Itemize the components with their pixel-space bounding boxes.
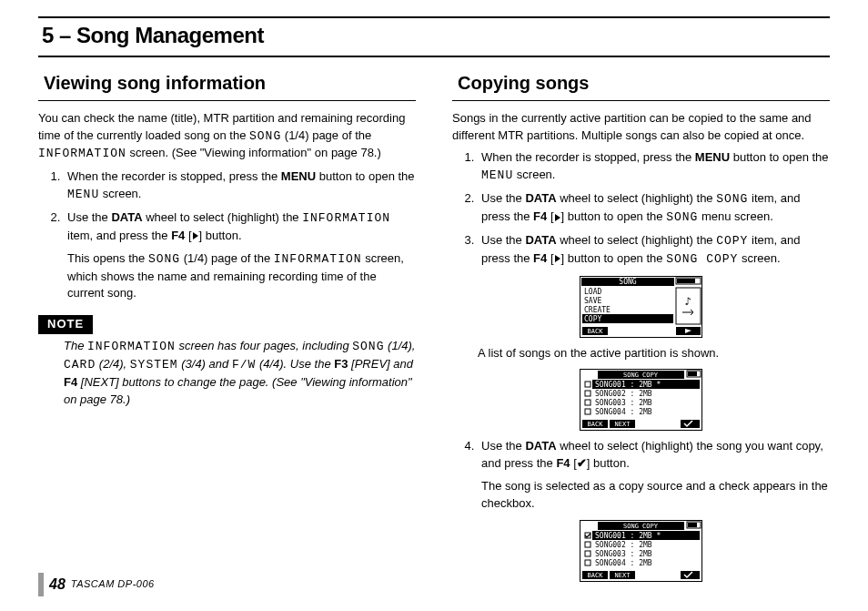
svg-text:CREATE: CREATE xyxy=(584,306,611,314)
note-body: The INFORMATION screen has four pages, i… xyxy=(64,338,416,408)
lcd-song-copy-checked: SONG COPY SONG001 : 2MB * SONG002 : 2MB … xyxy=(580,520,702,582)
svg-rect-39 xyxy=(688,523,697,527)
footer-accent-bar xyxy=(38,573,44,596)
svg-text:SONG002 :   2MB: SONG002 : 2MB xyxy=(595,390,652,398)
viewing-step-1: When the recorder is stopped, press the … xyxy=(64,168,416,204)
svg-text:NEXT: NEXT xyxy=(615,421,631,428)
svg-text:SONG004 :   2MB: SONG004 : 2MB xyxy=(595,408,652,416)
svg-rect-4 xyxy=(677,279,695,283)
lcd-song-menu: SONG LOAD SAVE CREATE COPY ♪ BACK xyxy=(580,276,702,338)
viewing-step-2: Use the DATA wheel to select (highlight)… xyxy=(64,209,416,302)
play-icon xyxy=(193,232,198,239)
svg-text:BACK: BACK xyxy=(588,421,604,428)
note-label: NOTE xyxy=(38,315,93,334)
svg-text:LOAD: LOAD xyxy=(584,288,601,296)
left-column: Viewing song information You can check t… xyxy=(38,70,416,589)
chapter-heading: 5 – Song Management xyxy=(38,16,830,57)
svg-text:SONG COPY: SONG COPY xyxy=(623,372,659,379)
svg-text:BACK: BACK xyxy=(588,572,604,579)
copying-step-2: Use the DATA wheel to select (highlight)… xyxy=(478,190,830,227)
svg-rect-20 xyxy=(688,372,697,376)
svg-text:SONG004 :   2MB: SONG004 : 2MB xyxy=(595,559,652,567)
copying-step-4-result: The song is selected as a copy source an… xyxy=(481,478,830,513)
svg-text:SONG001 :   2MB *: SONG001 : 2MB * xyxy=(595,532,661,540)
svg-text:SONG001 :   2MB *: SONG001 : 2MB * xyxy=(595,381,661,389)
chapter-title: 5 – Song Management xyxy=(42,20,826,52)
svg-text:SONG COPY: SONG COPY xyxy=(623,523,659,530)
copying-intro: Songs in the currently active partition … xyxy=(452,110,830,145)
svg-text:SONG002 :   2MB: SONG002 : 2MB xyxy=(595,541,652,549)
svg-text:BACK: BACK xyxy=(588,328,604,335)
right-column: Copying songs Songs in the currently act… xyxy=(452,70,830,589)
svg-text:COPY: COPY xyxy=(584,315,601,323)
svg-text:♪: ♪ xyxy=(684,295,691,308)
svg-text:SONG003 :   2MB: SONG003 : 2MB xyxy=(595,399,652,407)
section-heading-copying: Copying songs xyxy=(452,70,830,101)
svg-text:NEXT: NEXT xyxy=(615,572,631,579)
copying-caption-1: A list of songs on the active partition … xyxy=(478,345,830,362)
viewing-intro: You can check the name (title), MTR part… xyxy=(38,110,416,164)
page-number: 48 xyxy=(49,574,66,595)
viewing-step-2-result: This opens the SONG (1/4) page of the IN… xyxy=(67,250,416,303)
copying-step-3: Use the DATA wheel to select (highlight)… xyxy=(478,232,830,269)
copying-step-1: When the recorder is stopped, press the … xyxy=(478,149,830,185)
product-model: TASCAM DP-006 xyxy=(71,577,155,592)
lcd-song-copy-list: SONG COPY SONG001 : 2MB * SONG002 : 2MB … xyxy=(580,369,702,431)
play-icon xyxy=(555,255,560,262)
svg-text:SAVE: SAVE xyxy=(584,297,601,305)
page-footer: 48 TASCAM DP-006 xyxy=(38,573,155,596)
svg-text:SONG: SONG xyxy=(619,278,636,286)
section-heading-viewing: Viewing song information xyxy=(38,70,416,101)
svg-text:SONG003 :   2MB: SONG003 : 2MB xyxy=(595,550,652,558)
play-icon xyxy=(555,214,560,221)
copying-step-4: Use the DATA wheel to select (highlight)… xyxy=(478,438,830,512)
check-icon: ✔ xyxy=(577,455,587,473)
